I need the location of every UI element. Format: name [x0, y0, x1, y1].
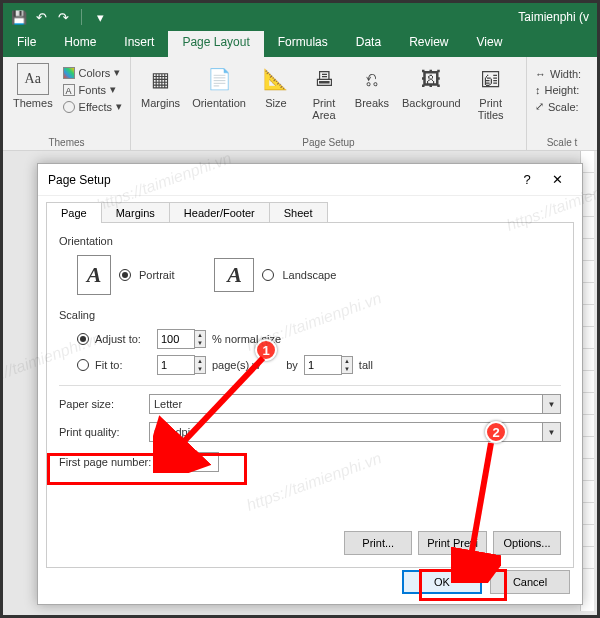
- spinner-down-icon[interactable]: ▼: [195, 339, 205, 347]
- qat-dropdown-icon[interactable]: ▾: [92, 9, 108, 25]
- orientation-button[interactable]: 📄Orientation: [188, 61, 250, 146]
- redo-icon[interactable]: ↷: [55, 9, 71, 25]
- landscape-icon: A: [214, 258, 254, 292]
- scale-row: ⤢Scale:: [533, 99, 591, 114]
- tab-view[interactable]: View: [463, 31, 517, 57]
- dialog-title: Page Setup: [48, 173, 111, 187]
- ok-button[interactable]: OK: [402, 570, 482, 594]
- spinner-up-icon[interactable]: ▲: [342, 357, 352, 365]
- dialog-titlebar: Page Setup ? ✕: [38, 164, 582, 196]
- paper-size-label: Paper size:: [59, 398, 149, 410]
- qat-divider: [81, 9, 82, 25]
- adjust-to-label: Adjust to:: [95, 333, 151, 345]
- adjust-input[interactable]: [157, 329, 195, 349]
- fit-to-radio[interactable]: [77, 359, 89, 371]
- size-button[interactable]: 📐Size: [254, 61, 298, 146]
- themes-button[interactable]: Aa Themes: [9, 61, 57, 146]
- themes-group-label: Themes: [3, 137, 130, 148]
- spinner-down-icon[interactable]: ▼: [342, 365, 352, 373]
- close-icon[interactable]: ✕: [542, 172, 572, 187]
- tab-file[interactable]: File: [3, 31, 50, 57]
- print-area-button[interactable]: 🖶Print Area: [302, 61, 346, 146]
- chevron-down-icon[interactable]: ▼: [542, 423, 560, 441]
- save-icon[interactable]: 💾: [11, 9, 27, 25]
- landscape-label: Landscape: [282, 269, 336, 281]
- spinner-up-icon[interactable]: ▲: [195, 331, 205, 339]
- dialog-tabs: Page Margins Header/Footer Sheet: [38, 196, 582, 223]
- first-page-number-input[interactable]: [159, 452, 219, 472]
- pages-wide-label: page(s) w: [212, 359, 260, 371]
- background-icon: 🖼: [415, 63, 447, 95]
- page-setup-group-label: Page Setup: [131, 137, 526, 148]
- cancel-button[interactable]: Cancel: [490, 570, 570, 594]
- scale-group-label: Scale t: [527, 137, 597, 148]
- landscape-radio[interactable]: [262, 269, 274, 281]
- print-button[interactable]: Print...: [344, 531, 412, 555]
- tab-review[interactable]: Review: [395, 31, 462, 57]
- effects-icon: [63, 101, 75, 113]
- app-titlebar: 💾 ↶ ↷ ▾ Taimienphi (v: [3, 3, 597, 31]
- print-quality-value: 600 dpi: [154, 426, 190, 438]
- width-icon: ↔: [535, 68, 546, 80]
- dialog-tab-page[interactable]: Page: [46, 202, 102, 223]
- dialog-tab-margins[interactable]: Margins: [101, 202, 170, 223]
- ribbon: Aa Themes Colors ▾ AFonts ▾ Effects ▾ Th…: [3, 57, 597, 151]
- fonts-button[interactable]: AFonts ▾: [61, 82, 124, 97]
- print-quality-label: Print quality:: [59, 426, 149, 438]
- margins-button[interactable]: ▦Margins: [137, 61, 184, 146]
- ribbon-tabs: File Home Insert Page Layout Formulas Da…: [3, 31, 597, 57]
- ribbon-group-themes: Aa Themes Colors ▾ AFonts ▾ Effects ▾ Th…: [3, 57, 131, 150]
- colors-button[interactable]: Colors ▾: [61, 65, 124, 80]
- window-title: Taimienphi (v: [518, 10, 589, 24]
- portrait-icon: A: [77, 255, 111, 295]
- fit-tall-input[interactable]: [304, 355, 342, 375]
- paper-size-combo[interactable]: Letter▼: [149, 394, 561, 414]
- height-row: ↕Height:: [533, 83, 591, 97]
- tab-page-layout[interactable]: Page Layout: [168, 31, 263, 57]
- fit-wide-spinner[interactable]: ▲▼: [157, 355, 206, 375]
- size-icon: 📐: [260, 63, 292, 95]
- chevron-down-icon[interactable]: ▼: [542, 395, 560, 413]
- effects-button[interactable]: Effects ▾: [61, 99, 124, 114]
- callout-1: 1: [255, 339, 277, 361]
- scaling-label: Scaling: [59, 309, 561, 321]
- undo-icon[interactable]: ↶: [33, 9, 49, 25]
- height-icon: ↕: [535, 84, 541, 96]
- paper-size-value: Letter: [154, 398, 182, 410]
- ribbon-group-scale: ↔Width: ↕Height: ⤢Scale: Scale t: [527, 57, 597, 150]
- portrait-label: Portrait: [139, 269, 174, 281]
- width-row: ↔Width:: [533, 67, 591, 81]
- dialog-body: Orientation A Portrait A Landscape Scali…: [46, 222, 574, 568]
- dialog-tab-sheet[interactable]: Sheet: [269, 202, 328, 223]
- print-titles-button[interactable]: 🗟Print Titles: [469, 61, 513, 146]
- tab-home[interactable]: Home: [50, 31, 110, 57]
- fit-wide-input[interactable]: [157, 355, 195, 375]
- callout-2: 2: [485, 421, 507, 443]
- tab-insert[interactable]: Insert: [110, 31, 168, 57]
- page-setup-dialog: Page Setup ? ✕ Page Margins Header/Foote…: [37, 163, 583, 605]
- options-button[interactable]: Options...: [493, 531, 561, 555]
- spinner-up-icon[interactable]: ▲: [195, 357, 205, 365]
- background-button[interactable]: 🖼Background: [398, 61, 465, 146]
- margins-icon: ▦: [145, 63, 177, 95]
- breaks-button[interactable]: ⎌Breaks: [350, 61, 394, 146]
- print-preview-button[interactable]: Print Previ: [418, 531, 487, 555]
- fonts-icon: A: [63, 84, 75, 96]
- tab-formulas[interactable]: Formulas: [264, 31, 342, 57]
- portrait-radio[interactable]: [119, 269, 131, 281]
- colors-icon: [63, 67, 75, 79]
- orientation-label: Orientation: [59, 235, 561, 247]
- by-label: by: [286, 359, 298, 371]
- dialog-tab-header-footer[interactable]: Header/Footer: [169, 202, 270, 223]
- help-button[interactable]: ?: [512, 172, 542, 187]
- adjust-to-radio[interactable]: [77, 333, 89, 345]
- ribbon-group-page-setup: ▦Margins 📄Orientation 📐Size 🖶Print Area …: [131, 57, 527, 150]
- tab-data[interactable]: Data: [342, 31, 395, 57]
- fit-tall-spinner[interactable]: ▲▼: [304, 355, 353, 375]
- fit-to-label: Fit to:: [95, 359, 151, 371]
- adjust-spinner[interactable]: ▲▼: [157, 329, 206, 349]
- print-area-icon: 🖶: [308, 63, 340, 95]
- first-page-number-label: First page number:: [59, 456, 151, 468]
- spinner-down-icon[interactable]: ▼: [195, 365, 205, 373]
- themes-icon: Aa: [17, 63, 49, 95]
